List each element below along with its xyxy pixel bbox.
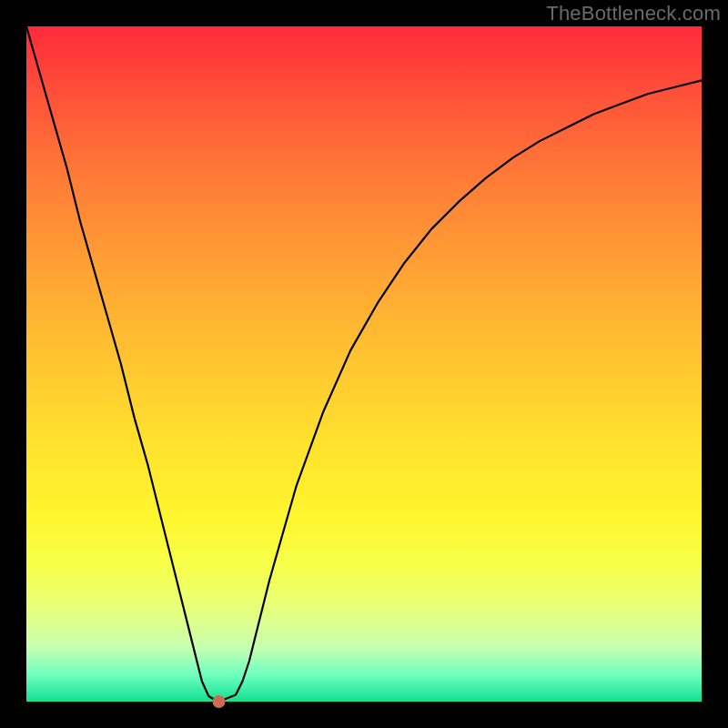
minimum-marker (212, 695, 225, 708)
chart-container: TheBottleneck.com (0, 0, 728, 728)
bottleneck-curve (26, 26, 702, 701)
watermark-text: TheBottleneck.com (546, 2, 721, 25)
curve-layer (26, 26, 702, 702)
plot-area (26, 26, 702, 702)
